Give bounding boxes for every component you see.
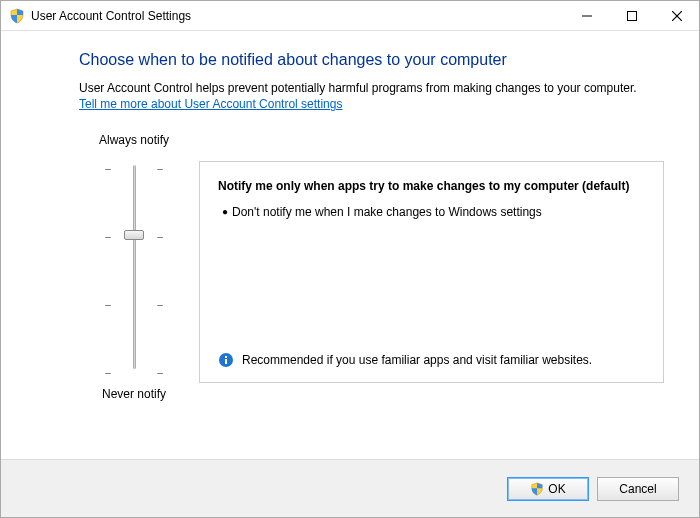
- content-area: Choose when to be notified about changes…: [1, 31, 699, 459]
- ok-button-label: OK: [548, 482, 565, 496]
- info-heading: Notify me only when apps try to make cha…: [218, 178, 645, 194]
- titlebar: User Account Control Settings: [1, 1, 699, 31]
- uac-settings-window: User Account Control Settings Choose whe…: [0, 0, 700, 518]
- maximize-button[interactable]: [609, 1, 654, 30]
- notification-slider: Always notify –– –– –– –– Never notify: [79, 133, 189, 401]
- slider-thumb[interactable]: [124, 230, 144, 240]
- notification-info-box: Notify me only when apps try to make cha…: [199, 161, 664, 383]
- window-controls: [564, 1, 699, 30]
- window-title: User Account Control Settings: [31, 9, 191, 23]
- info-bullet-row: ● Don't notify me when I make changes to…: [218, 204, 645, 220]
- info-icon: [218, 352, 234, 368]
- svg-rect-5: [225, 359, 227, 364]
- shield-icon: [9, 8, 25, 24]
- page-heading: Choose when to be notified about changes…: [79, 51, 664, 69]
- page-description: User Account Control helps prevent poten…: [79, 81, 664, 95]
- minimize-button[interactable]: [564, 1, 609, 30]
- recommendation-row: Recommended if you use familiar apps and…: [218, 344, 645, 368]
- shield-icon: [530, 482, 544, 496]
- info-bullet-text: Don't notify me when I make changes to W…: [232, 204, 645, 220]
- slider-groove: [133, 165, 136, 369]
- slider-area: Always notify –– –– –– –– Never notify N…: [79, 133, 664, 401]
- ok-button[interactable]: OK: [507, 477, 589, 501]
- learn-more-link[interactable]: Tell me more about User Account Control …: [79, 97, 342, 111]
- svg-rect-6: [225, 356, 227, 358]
- cancel-button-label: Cancel: [619, 482, 656, 496]
- bullet-icon: ●: [218, 204, 232, 220]
- svg-rect-1: [627, 11, 636, 20]
- slider-label-never: Never notify: [79, 387, 189, 401]
- slider-track[interactable]: –– –– –– ––: [104, 157, 164, 377]
- slider-label-always: Always notify: [79, 133, 189, 147]
- close-button[interactable]: [654, 1, 699, 30]
- recommendation-text: Recommended if you use familiar apps and…: [242, 352, 645, 368]
- cancel-button[interactable]: Cancel: [597, 477, 679, 501]
- dialog-footer: OK Cancel: [1, 459, 699, 517]
